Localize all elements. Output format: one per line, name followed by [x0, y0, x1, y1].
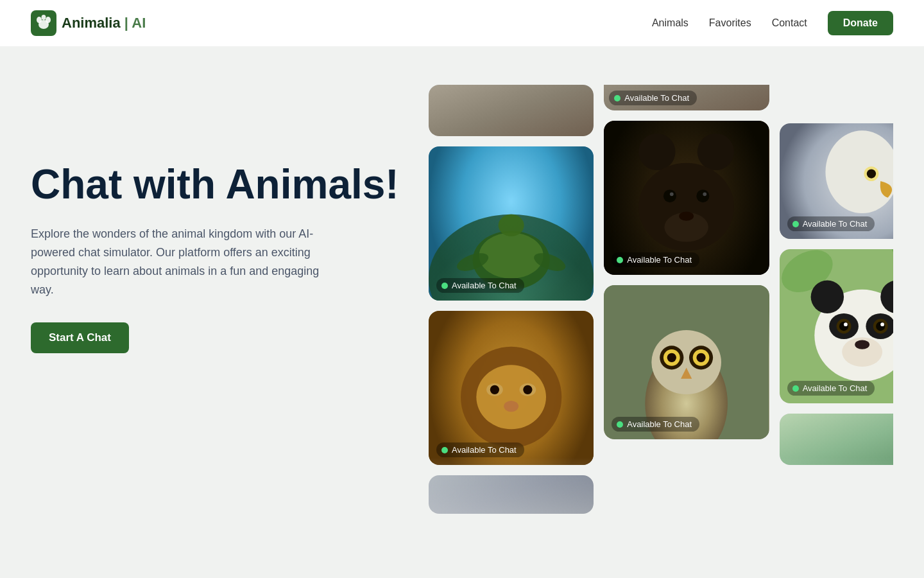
animal-card-partial-top[interactable] — [429, 85, 594, 136]
nav-animals[interactable]: Animals — [652, 17, 689, 29]
svg-point-8 — [479, 232, 543, 278]
animal-card-turtle[interactable]: Available To Chat — [429, 146, 594, 301]
status-dot — [441, 283, 448, 289]
svg-point-27 — [670, 192, 674, 196]
site-header: Animalia | AI Animals Favorites Contact … — [0, 0, 924, 46]
animal-card-partial-fox[interactable]: Available To Chat — [604, 85, 769, 110]
animal-card-lion[interactable]: Available To Chat — [429, 311, 594, 465]
grid-col-1: Available To Chat — [429, 85, 594, 514]
svg-point-56 — [844, 322, 848, 326]
status-text: Available To Chat — [452, 445, 517, 455]
svg-point-28 — [703, 192, 707, 196]
svg-point-19 — [504, 401, 518, 412]
status-badge-lion: Available To Chat — [436, 442, 524, 457]
status-dot — [792, 385, 799, 392]
svg-point-37 — [667, 353, 676, 362]
nav-contact[interactable]: Contact — [772, 17, 807, 29]
logo-text: Animalia | AI — [62, 15, 146, 31]
donate-button[interactable]: Donate — [828, 11, 893, 35]
svg-point-2 — [37, 17, 42, 23]
animal-grid: Available To Chat — [403, 85, 893, 578]
status-badge-owl: Available To Chat — [612, 417, 699, 432]
main-nav: Animals Favorites Contact Donate — [652, 11, 893, 35]
status-badge-fox: Available To Chat — [609, 91, 697, 105]
svg-point-9 — [499, 215, 524, 236]
status-text: Available To Chat — [452, 281, 517, 290]
svg-point-29 — [680, 211, 694, 220]
hero-heading: Chat with Animals! — [31, 162, 403, 207]
animal-card-bottom-partial-1[interactable] — [429, 475, 594, 514]
status-dot — [614, 95, 620, 101]
status-text: Available To Chat — [627, 255, 692, 265]
status-badge-eagle: Available To Chat — [787, 216, 875, 231]
grid-col-3: Available To Chat — [780, 123, 893, 514]
svg-point-21 — [639, 134, 676, 170]
nav-favorites[interactable]: Favorites — [709, 17, 751, 29]
main-content: Chat with Animals! Explore the wonders o… — [0, 46, 924, 578]
svg-point-25 — [663, 189, 676, 202]
svg-point-48 — [810, 281, 843, 313]
status-text: Available To Chat — [803, 383, 868, 393]
animal-card-bottom-partial-2[interactable] — [780, 414, 893, 465]
status-badge-turtle: Available To Chat — [436, 278, 524, 293]
svg-point-57 — [880, 322, 884, 326]
hero-description: Explore the wonders of the animal kingdo… — [31, 225, 339, 299]
status-badge-bear: Available To Chat — [612, 252, 699, 267]
status-text: Available To Chat — [803, 219, 868, 229]
svg-point-54 — [839, 322, 848, 331]
svg-point-55 — [876, 322, 885, 331]
animal-card-owl[interactable]: Available To Chat — [604, 285, 769, 439]
status-text: Available To Chat — [624, 93, 689, 103]
animal-card-eagle[interactable]: Available To Chat — [780, 123, 893, 239]
svg-point-43 — [866, 169, 875, 178]
svg-point-18 — [523, 385, 532, 394]
grid-col-2: Available To Chat — [604, 85, 769, 514]
svg-point-26 — [697, 189, 710, 202]
hero-section: Chat with Animals! Explore the wonders o… — [31, 85, 403, 353]
status-badge-panda: Available To Chat — [787, 381, 875, 396]
svg-point-59 — [855, 340, 869, 349]
svg-point-17 — [490, 385, 499, 394]
svg-point-3 — [46, 17, 51, 23]
animal-card-bear[interactable]: Available To Chat — [604, 121, 769, 275]
status-text: Available To Chat — [627, 419, 692, 429]
svg-point-38 — [697, 353, 706, 362]
status-dot — [617, 257, 623, 263]
start-chat-button[interactable]: Start A Chat — [31, 322, 129, 353]
status-dot — [792, 221, 799, 227]
animal-card-panda[interactable]: Available To Chat — [780, 249, 893, 403]
grid-columns: Available To Chat — [429, 85, 893, 514]
svg-point-22 — [697, 134, 734, 170]
logo[interactable]: Animalia | AI — [31, 10, 146, 36]
logo-icon — [31, 10, 56, 36]
svg-point-4 — [42, 15, 46, 20]
status-dot — [617, 421, 623, 428]
status-dot — [441, 447, 448, 453]
svg-point-14 — [476, 365, 546, 429]
